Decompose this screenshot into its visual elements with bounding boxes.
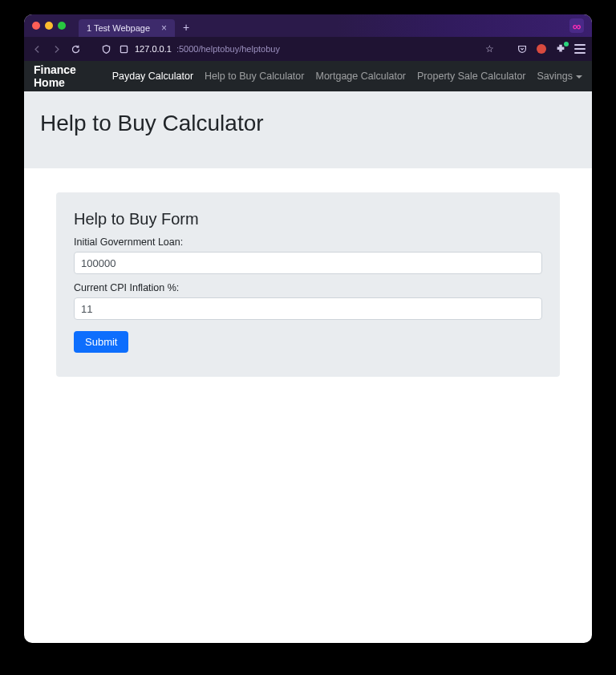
url-path: :5000/helptobuy/helptobuy [176,44,280,54]
browser-tab[interactable]: 1 Test Webpage × [79,19,175,37]
site-navbar: Finance Home Payday Calculator Help to B… [24,61,592,91]
page-info-icon [117,42,130,55]
maximize-window-button[interactable] [58,22,66,30]
cpi-input[interactable] [74,297,542,320]
save-to-pocket-icon[interactable] [517,43,528,55]
cpi-label: Current CPI Inflation %: [74,282,542,293]
url-host: 127.0.0.1 [135,44,172,54]
page-hero: Help to Buy Calculator [24,91,592,168]
account-icon[interactable] [536,43,547,55]
forward-button[interactable] [50,42,63,55]
nav-link-mortgage[interactable]: Mortgage Calculator [315,71,406,82]
nav-link-propertysale[interactable]: Property Sale Calculator [417,71,525,82]
app-menu-button[interactable] [574,43,586,55]
form-heading: Help to Buy Form [74,210,542,228]
svg-rect-0 [120,46,127,52]
browser-window: 1 Test Webpage × + ∞ 127.0.0.1:5000/help… [24,14,592,643]
brand-link[interactable]: Finance Home [34,63,101,89]
close-window-button[interactable] [32,22,40,30]
back-button[interactable] [30,42,43,55]
shield-icon [99,42,112,55]
close-tab-icon[interactable]: × [161,23,167,33]
address-bar[interactable]: 127.0.0.1:5000/helptobuy/helptobuy ☆ [93,40,500,58]
reload-button[interactable] [69,42,82,55]
new-tab-button[interactable]: + [183,21,189,34]
tab-title: 1 Test Webpage [87,23,150,33]
nav-link-helptobuy[interactable]: Help to Buy Calculator [205,71,304,82]
page-title: Help to Buy Calculator [40,111,576,136]
help-to-buy-form-card: Help to Buy Form Initial Government Loan… [56,192,560,377]
window-controls [32,22,66,30]
nav-link-payday[interactable]: Payday Calculator [112,71,193,82]
minimize-window-button[interactable] [45,22,53,30]
toolbar-right [517,43,586,55]
loan-label: Initial Government Loan: [74,236,542,248]
submit-button[interactable]: Submit [74,331,128,353]
firefox-view-icon[interactable]: ∞ [569,18,584,33]
titlebar: 1 Test Webpage × + ∞ [24,14,592,37]
bookmark-star-icon[interactable]: ☆ [485,43,494,55]
loan-input[interactable] [74,252,542,274]
extensions-icon[interactable] [555,43,566,55]
nav-dropdown-savings[interactable]: Savings [537,71,582,82]
url-toolbar: 127.0.0.1:5000/helptobuy/helptobuy ☆ [24,37,592,61]
page-content: Help to Buy Form Initial Government Loan… [24,168,592,401]
